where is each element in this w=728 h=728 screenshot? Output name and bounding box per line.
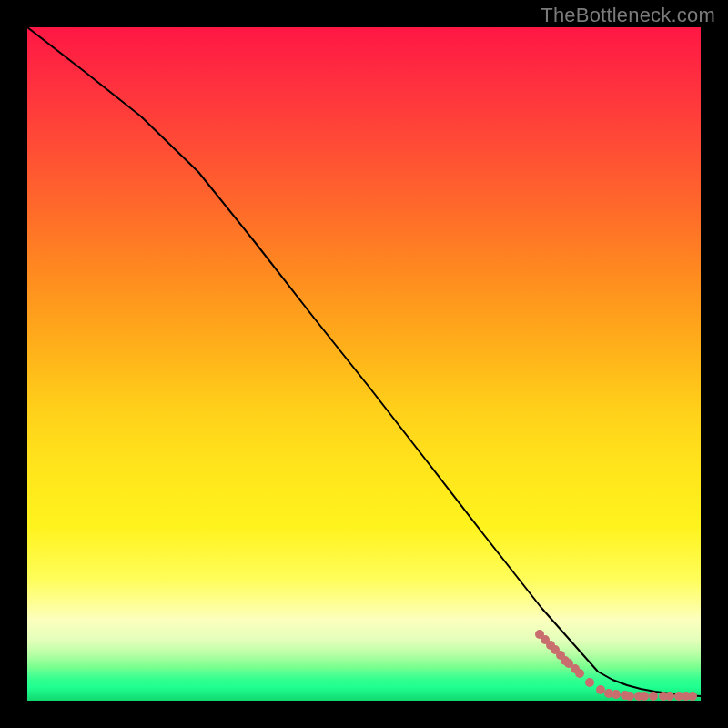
tail-dot bbox=[688, 692, 697, 701]
tail-dot bbox=[575, 669, 584, 678]
chart-svg bbox=[27, 27, 701, 701]
curve-line bbox=[27, 27, 701, 696]
tail-dot bbox=[596, 685, 605, 694]
tail-dot bbox=[649, 692, 658, 701]
tail-dot bbox=[612, 690, 621, 699]
dotted-tail-group bbox=[535, 630, 697, 701]
watermark-text: TheBottleneck.com bbox=[541, 4, 715, 27]
chart-frame: TheBottleneck.com bbox=[0, 0, 728, 728]
tail-dot bbox=[640, 692, 649, 701]
tail-dot bbox=[625, 692, 634, 701]
tail-dot bbox=[665, 692, 674, 701]
plot-area bbox=[27, 27, 701, 701]
tail-dot bbox=[585, 678, 594, 687]
